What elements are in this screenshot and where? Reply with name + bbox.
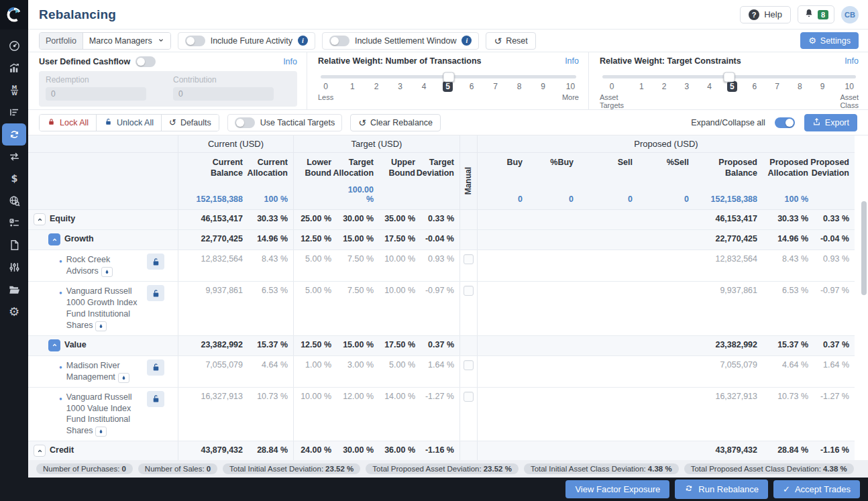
collapse-chevron-button[interactable] — [34, 445, 46, 457]
sidebar-item-checklist[interactable] — [2, 212, 26, 234]
manual-checkbox[interactable] — [464, 254, 474, 264]
slider-tick-10[interactable]: 10Asset Class — [840, 81, 859, 109]
unlock-button[interactable] — [147, 285, 164, 301]
table-row-vanguard-russell-1000-value-index-fund-institutional-shares[interactable]: ●Vanguard Russell 1000 Value Index Fund … — [28, 388, 855, 442]
view-factor-exposure-button[interactable]: View Factor Exposure — [565, 480, 669, 498]
info-icon[interactable]: i — [298, 36, 308, 46]
table-row-growth[interactable]: Growth22,770,42514.96 %12.50 %15.00 %17.… — [28, 230, 855, 250]
reset-button[interactable]: ↺ Reset — [486, 32, 535, 50]
run-rebalance-button[interactable]: Run Rebalance — [675, 480, 768, 499]
sidebar-item-settings-sliders[interactable] — [2, 256, 26, 278]
lock-all-button[interactable]: Lock All — [40, 115, 96, 131]
slider-tick-3[interactable]: 3 — [395, 81, 405, 101]
accept-trades-button[interactable]: ✓ Accept Trades — [773, 480, 860, 498]
cashflow-toggle[interactable] — [135, 56, 156, 67]
help-button[interactable]: ? Help — [740, 6, 791, 23]
category-name: Credit — [50, 445, 74, 455]
slider-tick-7[interactable]: 7 — [772, 81, 782, 109]
slider-tick-1[interactable]: 1 — [637, 81, 647, 109]
slider-tick-7[interactable]: 7 — [490, 81, 500, 101]
include-future-activity-toggle[interactable] — [185, 36, 205, 46]
unlock-button[interactable] — [147, 359, 164, 376]
table-row-value[interactable]: Value23,382,99215.37 %12.50 %15.00 %17.5… — [28, 336, 855, 356]
settings-button[interactable]: ⚙ Settings — [800, 32, 859, 49]
sidebar-item-model-workspace[interactable]: MW — [2, 79, 26, 101]
sync-icon — [8, 128, 21, 141]
include-settlement-window-toggle[interactable] — [329, 36, 349, 46]
clear-rebalance-button[interactable]: ↺ Clear Rebalance — [350, 114, 441, 131]
cell-target_allocation: 15.00 % — [337, 230, 379, 249]
slider-tick-3[interactable]: 3 — [682, 81, 692, 109]
unlock-all-button[interactable]: Unlock All — [96, 115, 161, 131]
sidebar-item-rebalancing[interactable] — [2, 123, 26, 146]
cell-proposed_balance: 22,770,425 — [694, 230, 763, 249]
slider-tick-4[interactable]: 4 — [419, 81, 429, 101]
slider-tick-9[interactable]: 9 — [538, 81, 548, 101]
slider-tick-10[interactable]: 10More — [562, 81, 579, 101]
expand-collapse-toggle[interactable] — [775, 117, 795, 128]
app-logo[interactable] — [0, 0, 28, 30]
contribution-input[interactable] — [173, 87, 274, 101]
manual-checkbox[interactable] — [464, 392, 474, 402]
slider-tick-8[interactable]: 8 — [514, 81, 525, 101]
sidebar-item-system-settings[interactable]: ⚙ — [2, 300, 26, 323]
use-tactical-targets-toggle[interactable] — [235, 117, 255, 128]
unlock-button[interactable] — [147, 391, 164, 407]
slider-tick-4[interactable]: 4 — [704, 81, 714, 109]
slider-tick-6[interactable]: 6 — [750, 81, 760, 109]
manual-checkbox[interactable] — [464, 360, 474, 370]
slider-tick-9[interactable]: 9 — [818, 81, 828, 109]
cashflow-info-link[interactable]: Info — [283, 57, 297, 66]
slider-tick-8[interactable]: 8 — [795, 81, 805, 109]
cell-proposed_balance: 23,382,992 — [694, 336, 763, 355]
cell-pct_buy — [528, 282, 579, 335]
export-button[interactable]: Export — [804, 114, 857, 131]
info-icon[interactable]: i — [462, 36, 472, 46]
slider-tick-0[interactable]: 0Less — [318, 81, 333, 101]
avatar[interactable]: CB — [841, 6, 859, 23]
collapse-chevron-button[interactable] — [34, 213, 46, 225]
sidebar-item-billing[interactable]: $ — [2, 168, 26, 190]
table-row-rock-creek-advisors[interactable]: ●Rock Creek Advisors12,832,5648.43 %5.00… — [28, 250, 855, 282]
slider-tick-2[interactable]: 2 — [372, 81, 382, 101]
cell-target_deviation: -1.27 % — [421, 388, 459, 441]
table-row-credit[interactable]: Credit43,879,43228.84 %24.00 %30.00 %36.… — [28, 441, 855, 460]
sidebar-item-hierarchy-list[interactable] — [2, 101, 26, 123]
collapse-chevron-button[interactable] — [48, 233, 60, 245]
unlock-button[interactable] — [147, 254, 164, 270]
row-lock-cell — [146, 210, 178, 229]
portfolio-select[interactable]: Marco Managers — [83, 33, 170, 49]
defaults-button[interactable]: ↺ Defaults — [161, 115, 219, 131]
slider-tick-1[interactable]: 1 — [347, 81, 358, 101]
redemption-input[interactable] — [46, 87, 146, 101]
slider-track[interactable] — [602, 75, 856, 78]
sidebar-item-analytics[interactable] — [2, 57, 26, 79]
sidebar-item-files[interactable] — [2, 278, 26, 300]
slider-tick-6[interactable]: 6 — [467, 81, 477, 101]
slider-info-link[interactable]: Info — [845, 56, 859, 66]
notifications-button[interactable]: 8 — [798, 5, 834, 23]
slider-info-link[interactable]: Info — [565, 56, 579, 66]
table-row-madison-river-management[interactable]: ●Madison River Management7,055,0794.64 %… — [28, 356, 855, 388]
slider-track[interactable] — [321, 75, 576, 78]
cell-proposed_deviation: 1.64 % — [814, 356, 855, 387]
scrollbar-thumb[interactable] — [861, 201, 867, 295]
gear-icon: ⚙ — [9, 306, 19, 318]
sidebar-item-documents[interactable] — [2, 234, 26, 256]
sidebar-item-global-search[interactable] — [2, 190, 26, 212]
cell-current_balance: 43,879,432 — [178, 441, 248, 460]
manual-checkbox[interactable] — [464, 286, 474, 296]
table-row-equity[interactable]: Equity46,153,41730.33 %25.00 %30.00 %35.… — [28, 210, 855, 230]
slider-tick-0[interactable]: 0Asset Targets — [600, 81, 624, 109]
table-row-vanguard-russell-1000-growth-index-fund-institutional-shares[interactable]: ●Vanguard Russell 1000 Growth Index Fund… — [28, 282, 855, 336]
slider-tick-5[interactable]: 5 — [443, 81, 453, 101]
column-header-buy: Buy0 — [477, 153, 528, 209]
slider-tick-2[interactable]: 2 — [659, 81, 669, 109]
slider-tick-5[interactable]: 5 — [727, 81, 737, 109]
collapse-chevron-button[interactable] — [48, 339, 60, 351]
slider-handle[interactable] — [724, 72, 735, 82]
sidebar-item-dashboard[interactable] — [2, 35, 26, 57]
sidebar-item-trading[interactable] — [2, 146, 26, 168]
slider-handle[interactable] — [443, 72, 454, 82]
cell-current_balance: 22,770,425 — [178, 230, 248, 249]
